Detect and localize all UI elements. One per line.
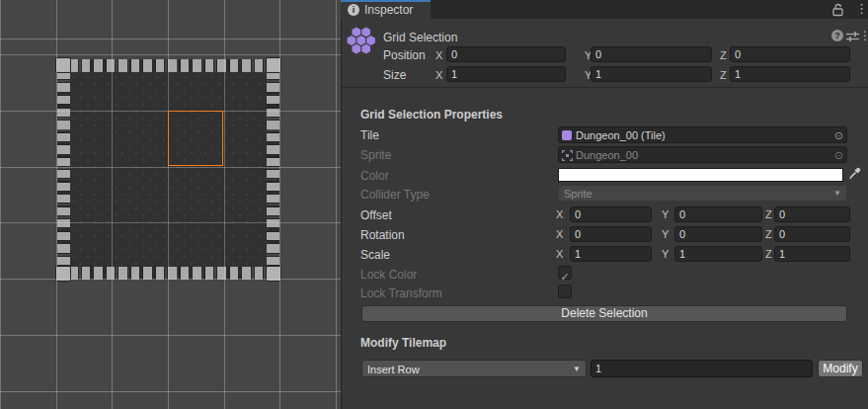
- info-icon: i: [348, 4, 359, 16]
- color-swatch: [558, 168, 843, 182]
- tilemap-room: [57, 59, 279, 280]
- position-label: Position: [383, 48, 426, 62]
- delete-selection-button[interactable]: Delete Selection: [361, 305, 847, 322]
- rotation-z-field[interactable]: 0: [774, 226, 850, 242]
- wall-left: [57, 70, 70, 269]
- lock-transform-label: Lock Transform: [360, 286, 442, 300]
- axis-x-label: X: [435, 49, 442, 62]
- axis-z-label: Z: [720, 69, 727, 82]
- scene-view[interactable]: [0, 0, 341, 409]
- scale-label: Scale: [360, 248, 390, 262]
- kebab-menu-icon[interactable]: ⋮: [855, 3, 868, 15]
- modify-tilemap-section-title: Modify Tilemap: [360, 336, 446, 350]
- position-z-field[interactable]: 0: [730, 46, 850, 62]
- wall-corner: [55, 266, 71, 282]
- offset-z-field[interactable]: 0: [774, 206, 850, 222]
- position-y-field[interactable]: 0: [591, 46, 712, 62]
- properties-section-title: Grid Selection Properties: [360, 108, 503, 122]
- rotation-y-field[interactable]: 0: [674, 226, 762, 242]
- unlock-icon[interactable]: [831, 3, 844, 17]
- axis-y-label: Y: [662, 248, 669, 261]
- axis-z-label: Z: [765, 248, 772, 261]
- color-label: Color: [360, 169, 389, 183]
- wall-corner: [55, 57, 71, 73]
- wall-corner: [266, 57, 281, 73]
- tile-value: Dungeon_00 (Tile): [576, 128, 666, 142]
- axis-z-label: Z: [765, 228, 772, 241]
- collider-type-dropdown: Sprite ▼: [558, 185, 847, 202]
- sprite-label: Sprite: [360, 148, 391, 162]
- grid-selection-box[interactable]: [168, 111, 223, 166]
- wall-corner: [266, 266, 281, 282]
- rotation-x-field[interactable]: 0: [570, 226, 652, 242]
- wall-right: [267, 70, 279, 269]
- section-divider: [342, 87, 868, 88]
- lock-color-checkbox: ✓: [558, 266, 572, 280]
- lock-color-label: Lock Color: [360, 268, 417, 282]
- component-title: Grid Selection: [383, 31, 457, 44]
- tab-label: Inspector: [364, 3, 413, 17]
- tile-asset-icon: [562, 130, 572, 140]
- component-kebab-icon[interactable]: ⋮: [859, 30, 868, 41]
- help-icon[interactable]: ?: [831, 30, 843, 41]
- grid-selection-icon: [347, 27, 375, 55]
- collider-type-value: Sprite: [564, 187, 592, 201]
- offset-label: Offset: [360, 208, 392, 222]
- size-label: Size: [383, 68, 406, 82]
- object-picker-icon[interactable]: ⊙: [834, 127, 843, 143]
- rotation-label: Rotation: [360, 228, 405, 242]
- position-x-field[interactable]: 0: [446, 46, 566, 62]
- presets-icon[interactable]: [846, 32, 859, 41]
- size-x-field[interactable]: 1: [446, 66, 566, 82]
- axis-z-label: Z: [765, 208, 772, 221]
- offset-y-field[interactable]: 0: [674, 206, 762, 222]
- axis-y-label: Y: [662, 208, 669, 221]
- wall-bottom: [68, 267, 269, 280]
- axis-y-label: Y: [662, 228, 669, 241]
- object-picker-icon: ⊙: [834, 147, 843, 163]
- wall-top: [68, 59, 269, 72]
- unity-editor: i Inspector ⋮ Grid Selection ?: [0, 0, 868, 409]
- modify-button[interactable]: Modify: [818, 360, 863, 377]
- offset-x-field[interactable]: 0: [570, 206, 652, 222]
- scale-z-field[interactable]: 1: [774, 246, 850, 262]
- sprite-asset-icon: [562, 150, 573, 161]
- lock-transform-checkbox: [558, 285, 572, 298]
- scale-x-field[interactable]: 1: [570, 246, 652, 262]
- axis-x-label: X: [556, 248, 563, 261]
- tile-label: Tile: [360, 128, 379, 142]
- eyedropper-icon: [848, 166, 862, 180]
- tilemap-operation-dropdown[interactable]: Insert Row ▼: [361, 360, 587, 377]
- size-y-field[interactable]: 1: [591, 66, 712, 82]
- sprite-object-field: Dungeon_00 ⊙: [558, 146, 847, 163]
- collider-type-label: Collider Type: [360, 188, 430, 202]
- tile-object-field[interactable]: Dungeon_00 (Tile) ⊙: [558, 126, 847, 143]
- axis-z-label: Z: [720, 49, 727, 62]
- axis-x-label: X: [556, 208, 563, 221]
- tilemap-operation-count-field[interactable]: 1: [591, 360, 813, 377]
- chevron-down-icon: ▼: [833, 190, 841, 198]
- sprite-value: Dungeon_00: [576, 148, 638, 162]
- axis-x-label: X: [435, 69, 442, 82]
- axis-x-label: X: [556, 228, 563, 241]
- tilemap-operation-value: Insert Row: [367, 363, 420, 376]
- size-z-field[interactable]: 1: [730, 66, 850, 82]
- scale-y-field[interactable]: 1: [674, 246, 762, 262]
- chevron-down-icon: ▼: [573, 366, 581, 373]
- check-icon: ✓: [560, 271, 569, 283]
